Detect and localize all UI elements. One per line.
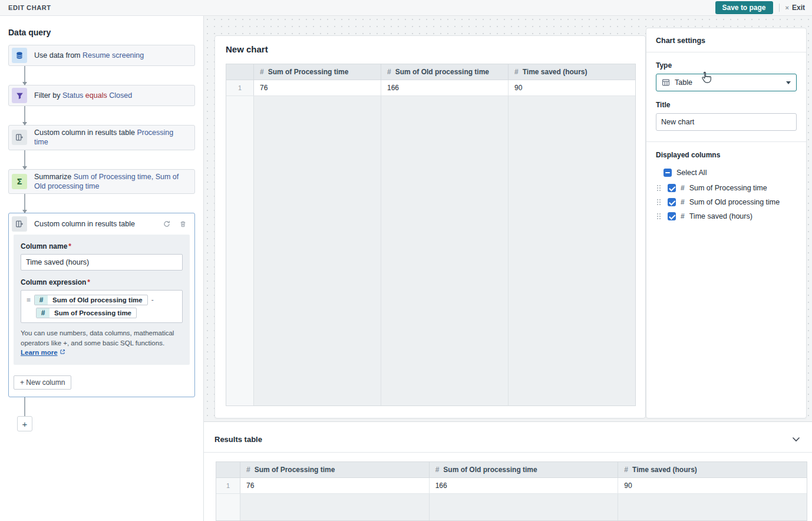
step-custom-column-2-header[interactable]: Custom column in results table: [9, 213, 194, 235]
number-type-icon: #: [260, 68, 264, 76]
column-chip-processing-time[interactable]: # Sum of Processing time: [36, 308, 137, 318]
displayed-column-row[interactable]: # Sum of Old processing time: [656, 195, 797, 209]
custom-column-form: Column name* Column expression* = # Sum …: [14, 235, 190, 365]
number-type-icon: #: [681, 184, 685, 192]
displayed-columns-label: Displayed columns: [656, 151, 797, 159]
column-expression-label: Column expression*: [21, 278, 183, 286]
number-type-icon: #: [435, 466, 440, 474]
results-table-heading: Results table: [214, 435, 262, 444]
type-label: Type: [656, 61, 797, 70]
table-cell: 76: [254, 80, 381, 95]
chart-type-value: Table: [675, 78, 692, 87]
column-expression-editor[interactable]: = # Sum of Old processing time - # Sum o…: [21, 290, 183, 323]
table-cell: 166: [430, 478, 619, 493]
select-all-row[interactable]: Select All: [656, 166, 797, 180]
save-to-page-button[interactable]: Save to page: [715, 1, 773, 14]
top-bar: EDIT CHART Save to page × Exit: [0, 0, 812, 16]
flow-arrow: [24, 150, 25, 169]
step-filter-label: Filter by Status equals Closed: [34, 91, 132, 100]
divider: [204, 452, 812, 453]
minus-operator: -: [151, 296, 154, 304]
column-header[interactable]: # Sum of Old processing time: [430, 462, 619, 477]
table-cell: 90: [509, 80, 635, 95]
new-column-button[interactable]: + New column: [14, 375, 71, 390]
table-header-row: # Sum of Processing time # Sum of Old pr…: [216, 462, 807, 478]
flow-arrow: [24, 66, 25, 85]
column-header[interactable]: # Time saved (hours): [618, 462, 807, 477]
number-type-icon: #: [681, 212, 685, 220]
table-row: 1 76 166 90: [216, 478, 807, 494]
column-checkbox[interactable]: [668, 212, 676, 220]
select-all-checkbox[interactable]: [664, 169, 672, 177]
number-type-icon: #: [624, 466, 628, 474]
exit-button[interactable]: × Exit: [785, 4, 805, 12]
step-custom-column-1[interactable]: Custom column in results table Processin…: [8, 125, 195, 150]
drag-handle-icon[interactable]: [657, 185, 658, 186]
results-table: # Sum of Processing time # Sum of Old pr…: [216, 461, 807, 521]
step-summarize-label: Summarize Sum of Processing time, Sum of…: [34, 172, 189, 192]
top-bar-actions: Save to page × Exit: [715, 1, 805, 14]
table-header-row: # Sum of Processing time # Sum of Old pr…: [226, 64, 635, 80]
divider: [779, 4, 780, 12]
column-checkbox[interactable]: [668, 198, 676, 206]
table-cell: 166: [381, 80, 509, 95]
step-custom-column-1-label: Custom column in results table Processin…: [34, 128, 189, 147]
chevron-down-icon[interactable]: [792, 437, 800, 442]
data-query-heading: Data query: [8, 28, 195, 37]
row-number-header: [216, 462, 240, 477]
editor-canvas: New chart # Sum of Processing time # Sum…: [204, 16, 812, 521]
custom-column-icon: [12, 216, 27, 232]
select-all-label: Select All: [676, 169, 707, 177]
column-name-label: Column name*: [21, 242, 183, 250]
column-chip-old-processing-time[interactable]: # Sum of Old processing time: [34, 295, 148, 305]
chart-title: New chart: [215, 36, 645, 54]
column-header[interactable]: # Time saved (hours): [509, 64, 635, 80]
table-cell: 76: [240, 478, 430, 493]
table-row: 1 76 166 90: [226, 80, 635, 96]
trash-icon[interactable]: [180, 220, 186, 227]
chart-title-input[interactable]: [656, 113, 797, 131]
flow-arrow: [24, 194, 25, 213]
exit-label: Exit: [792, 4, 805, 12]
learn-more-link[interactable]: Learn more: [21, 349, 58, 356]
step-custom-column-2-card: Custom column in results table Column na…: [8, 213, 195, 397]
flow-arrow: [24, 106, 25, 125]
table-icon: [662, 78, 670, 87]
title-label: Title: [656, 101, 797, 109]
number-type-icon: #: [514, 68, 519, 76]
step-summarize[interactable]: Σ Summarize Sum of Processing time, Sum …: [8, 169, 195, 194]
chart-type-select[interactable]: Table: [656, 74, 797, 91]
step-use-data-label: Use data from Resume screening: [34, 51, 144, 60]
step-filter[interactable]: Filter by Status equals Closed: [8, 85, 195, 106]
column-checkbox[interactable]: [668, 184, 676, 192]
displayed-column-row[interactable]: # Sum of Processing time: [656, 181, 797, 195]
add-step-button[interactable]: +: [17, 416, 32, 431]
row-number: 1: [216, 478, 240, 493]
number-type-icon: #: [681, 198, 685, 206]
equals-sign: =: [27, 296, 31, 304]
column-name-input[interactable]: [21, 254, 183, 271]
data-query-sidebar: Data query Use data from Resume screenin…: [0, 16, 204, 521]
expression-help-text: You can use numbers, data columns, mathe…: [21, 328, 183, 358]
drag-handle-icon[interactable]: [657, 213, 658, 215]
number-type-icon: #: [387, 68, 391, 76]
table-cell: 90: [618, 478, 807, 493]
drag-handle-icon[interactable]: [657, 199, 658, 200]
refresh-icon[interactable]: [163, 220, 170, 227]
close-icon: ×: [785, 4, 789, 11]
chart-settings-heading: Chart settings: [646, 28, 806, 52]
displayed-column-row[interactable]: # Time saved (hours): [656, 209, 797, 223]
row-number: 1: [226, 80, 254, 95]
database-icon: [12, 48, 27, 63]
column-header[interactable]: # Sum of Processing time: [240, 462, 430, 477]
table-empty-area: [226, 96, 635, 405]
step-use-data[interactable]: Use data from Resume screening: [8, 45, 195, 66]
results-section: Results table # Sum of Processing time #…: [204, 421, 812, 521]
column-header[interactable]: # Sum of Old processing time: [381, 64, 509, 80]
chart-preview-table: # Sum of Processing time # Sum of Old pr…: [226, 64, 636, 406]
number-type-icon: #: [246, 466, 250, 474]
filter-icon: [12, 88, 27, 103]
column-header[interactable]: # Sum of Processing time: [254, 64, 381, 80]
row-number-header: [226, 64, 254, 80]
custom-column-icon: [12, 130, 27, 145]
